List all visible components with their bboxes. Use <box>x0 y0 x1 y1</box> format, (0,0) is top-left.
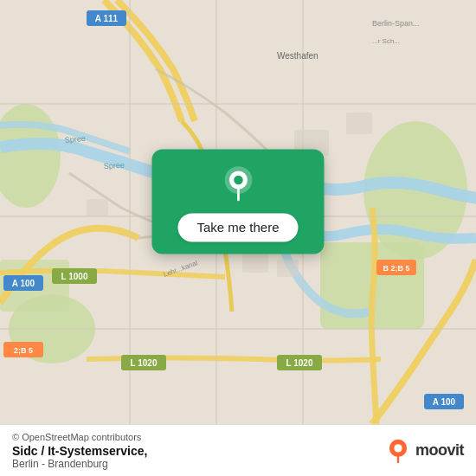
location-name: Sidc / It-Systemservice, <box>12 444 147 458</box>
take-me-there-button[interactable]: Take me there <box>177 213 298 241</box>
svg-point-41 <box>234 176 243 185</box>
svg-text:Spree: Spree <box>64 134 86 145</box>
svg-point-43 <box>394 444 402 452</box>
svg-text:A 100: A 100 <box>12 279 35 288</box>
svg-text:L 1000: L 1000 <box>61 272 88 281</box>
location-region: Berlin - Brandenburg <box>12 458 147 470</box>
svg-rect-38 <box>346 113 372 134</box>
svg-rect-36 <box>87 199 108 216</box>
svg-text:...r Sch...: ...r Sch... <box>372 37 400 45</box>
svg-text:Berlin-Span...: Berlin-Span... <box>372 19 420 28</box>
copyright-text: © OpenStreetMap contributors <box>12 432 147 442</box>
bottom-bar: © OpenStreetMap contributors Sidc / It-S… <box>0 424 476 476</box>
moovit-brand-text: moovit <box>415 441 464 460</box>
moovit-logo: moovit <box>386 439 464 463</box>
svg-text:L 1020: L 1020 <box>286 358 313 368</box>
svg-text:A 100: A 100 <box>433 397 456 407</box>
svg-rect-34 <box>242 251 268 273</box>
map-container: A 111 A 100 A 100 L 1000 L 1020 L 1020 B… <box>0 0 476 424</box>
svg-rect-35 <box>277 260 299 277</box>
svg-text:2;B 5: 2;B 5 <box>14 346 33 355</box>
moovit-pin-icon <box>386 439 410 463</box>
svg-text:L 1020: L 1020 <box>131 358 158 368</box>
svg-text:B 2;B 5: B 2;B 5 <box>383 264 409 273</box>
svg-text:Westhafen: Westhafen <box>277 51 318 61</box>
location-pin-icon <box>219 164 257 203</box>
location-card: Take me there <box>151 149 324 254</box>
svg-text:Spree: Spree <box>104 161 125 170</box>
svg-text:A 111: A 111 <box>95 14 119 23</box>
bottom-info: © OpenStreetMap contributors Sidc / It-S… <box>12 432 147 470</box>
